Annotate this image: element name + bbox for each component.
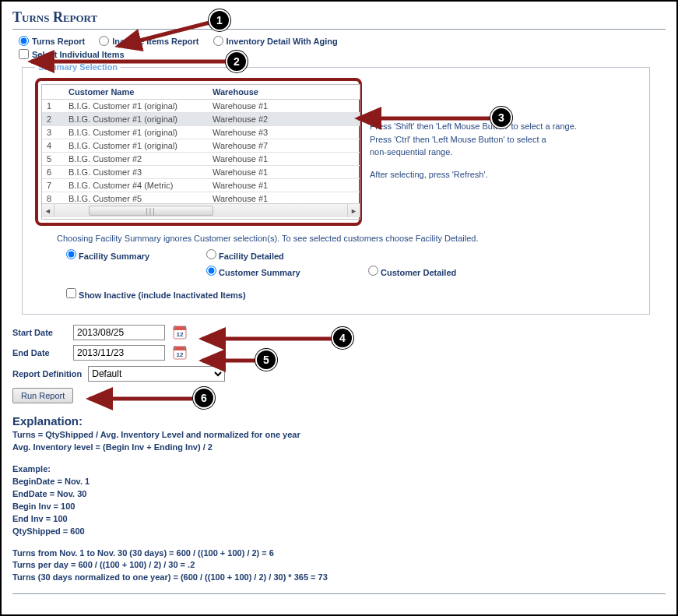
calendar-icon[interactable]: 12	[171, 324, 188, 341]
row-index: 7	[42, 179, 64, 192]
radio-facility-summary-input[interactable]	[66, 249, 76, 259]
scroll-left-icon[interactable]: ◄	[42, 204, 54, 217]
table-row[interactable]: 8B.I.G. Customer #5Warehouse #1	[42, 192, 360, 204]
radio-inactive-items[interactable]: Inactive Items Report	[99, 36, 198, 46]
hint-line-3: non-sequential range.	[370, 146, 577, 159]
table-row[interactable]: 7B.I.G. Customer #4 (Metric)Warehouse #1	[42, 179, 360, 192]
expl-line: Turns per day = 600 / ((100 + 100) / 2) …	[12, 559, 666, 572]
table-row[interactable]: 4B.I.G. Customer #1 (original)Warehouse …	[42, 139, 360, 153]
table-row[interactable]: 3B.I.G. Customer #1 (original)Warehouse …	[42, 126, 360, 139]
table-row[interactable]: 5B.I.G. Customer #2Warehouse #1	[42, 153, 360, 166]
start-date-label: Start Date	[12, 328, 67, 337]
expl-line: Turns from Nov. 1 to Nov. 30 (30 days) =…	[12, 547, 666, 560]
row-warehouse: Warehouse #1	[208, 100, 360, 113]
radio-facility-summary-label: Facility Summary	[79, 252, 149, 261]
explanation-heading: Explanation:	[12, 414, 666, 428]
radio-turns-report-input[interactable]	[19, 36, 29, 46]
row-warehouse: Warehouse #2	[208, 113, 360, 126]
report-definition-label: Report Definition	[12, 369, 82, 378]
radio-facility-detailed-input[interactable]	[206, 249, 216, 259]
row-index: 3	[42, 126, 64, 139]
checkbox-show-inactive-input[interactable]	[66, 288, 76, 298]
end-date-input[interactable]	[73, 345, 165, 361]
page-title: Turns Report	[12, 9, 666, 26]
radio-customer-summary-input[interactable]	[206, 266, 216, 276]
radio-inactive-items-input[interactable]	[99, 36, 109, 46]
radio-inventory-aging[interactable]: Inventory Detail With Aging	[213, 36, 338, 46]
annotation-badge-6: 6	[193, 387, 215, 409]
customer-grid-scroll[interactable]: Customer Name Warehouse 1B.I.G. Customer…	[42, 85, 360, 203]
grid-header-warehouse[interactable]: Warehouse	[208, 85, 360, 100]
row-warehouse: Warehouse #1	[208, 166, 360, 179]
checkbox-select-individual-items-label: Select Individual Items	[32, 50, 125, 59]
grid-header-customer[interactable]: Customer Name	[64, 85, 208, 100]
svg-text:12: 12	[177, 351, 184, 358]
end-date-label: End Date	[12, 348, 67, 357]
summary-selection-fieldset: Summary Selection Customer Name Warehous…	[22, 62, 650, 315]
expl-line: Begin Inv = 100	[12, 501, 666, 513]
radio-customer-detailed[interactable]: Customer Detailed	[368, 268, 456, 277]
row-customer: B.I.G. Customer #3	[64, 166, 208, 179]
row-warehouse: Warehouse #1	[208, 153, 360, 166]
radio-turns-report[interactable]: Turns Report	[19, 36, 85, 46]
grid-header-index[interactable]	[42, 85, 64, 100]
hint-line-2: Press 'Ctrl' then 'Left Mouse Button' to…	[370, 133, 577, 146]
radio-customer-detailed-input[interactable]	[368, 266, 378, 276]
divider	[12, 29, 666, 30]
expl-line: QtyShipped = 600	[12, 526, 666, 538]
expl-line: Turns = QtyShipped / Avg. Inventory Leve…	[12, 429, 666, 442]
selection-hint-text: Press 'Shift' then 'Left Mouse Button' t…	[370, 78, 577, 181]
row-index: 2	[42, 113, 64, 126]
radio-turns-report-label: Turns Report	[32, 37, 85, 46]
radio-inventory-aging-label: Inventory Detail With Aging	[227, 37, 338, 46]
run-report-button[interactable]: Run Report	[12, 388, 73, 403]
checkbox-show-inactive[interactable]: Show Inactive (include Inactivated Items…	[66, 290, 246, 300]
radio-customer-detailed-label: Customer Detailed	[381, 268, 456, 277]
report-definition-select[interactable]: Default	[88, 366, 225, 382]
checkbox-select-individual-items[interactable]: Select Individual Items	[19, 49, 125, 59]
row-warehouse: Warehouse #1	[208, 192, 360, 204]
calendar-icon[interactable]: 12	[171, 344, 188, 361]
table-row[interactable]: 2B.I.G. Customer #1 (original)Warehouse …	[42, 113, 360, 126]
table-row[interactable]: 1B.I.G. Customer #1 (original)Warehouse …	[42, 100, 360, 113]
svg-rect-3	[184, 326, 185, 329]
row-index: 5	[42, 153, 64, 166]
explanation-text: Turns = QtyShipped / Avg. Inventory Leve…	[12, 429, 666, 584]
row-customer: B.I.G. Customer #1 (original)	[64, 139, 208, 153]
radio-customer-summary[interactable]: Customer Summary	[206, 268, 300, 277]
grid-horizontal-scrollbar[interactable]: ◄ ||| ►	[42, 203, 360, 217]
customer-grid[interactable]: Customer Name Warehouse 1B.I.G. Customer…	[41, 84, 360, 220]
radio-facility-detailed[interactable]: Facility Detailed	[206, 252, 284, 261]
checkbox-show-inactive-label: Show Inactive (include Inactivated Items…	[79, 290, 246, 300]
radio-facility-summary[interactable]: Facility Summary	[66, 252, 149, 261]
row-index: 4	[42, 139, 64, 153]
row-warehouse: Warehouse #3	[208, 126, 360, 139]
hint-line-1: Press 'Shift' then 'Left Mouse Button' t…	[370, 120, 577, 133]
radio-facility-detailed-label: Facility Detailed	[219, 252, 284, 261]
row-customer: B.I.G. Customer #5	[64, 192, 208, 204]
summary-selection-legend: Summary Selection	[35, 62, 121, 72]
scroll-thumb[interactable]: |||	[89, 206, 213, 216]
radio-customer-summary-label: Customer Summary	[219, 268, 300, 277]
row-index: 8	[42, 192, 64, 204]
expl-line: Avg. Inventory level = (Begin Inv + Endi…	[12, 442, 666, 454]
row-index: 6	[42, 166, 64, 179]
table-row[interactable]: 6B.I.G. Customer #3Warehouse #1	[42, 166, 360, 179]
radio-inventory-aging-input[interactable]	[213, 36, 223, 46]
svg-rect-8	[184, 346, 185, 349]
scroll-right-icon[interactable]: ►	[347, 204, 360, 217]
row-warehouse: Warehouse #1	[208, 179, 360, 192]
start-date-input[interactable]	[73, 325, 165, 340]
row-customer: B.I.G. Customer #1 (original)	[64, 113, 208, 126]
summary-note: Choosing Facility Summary ignores Custom…	[57, 234, 637, 243]
radio-inactive-items-label: Inactive Items Report	[112, 37, 198, 46]
report-type-row: Turns Report Inactive Items Report Inven…	[12, 36, 666, 46]
checkbox-select-individual-items-input[interactable]	[19, 49, 29, 59]
row-index: 1	[42, 100, 64, 113]
customer-grid-highlight: Customer Name Warehouse 1B.I.G. Customer…	[35, 78, 362, 226]
divider	[12, 593, 666, 594]
svg-rect-2	[174, 326, 176, 329]
expl-line: EndDate = Nov. 30	[12, 488, 666, 501]
expl-line: End Inv = 100	[12, 513, 666, 526]
row-customer: B.I.G. Customer #2	[64, 153, 208, 166]
